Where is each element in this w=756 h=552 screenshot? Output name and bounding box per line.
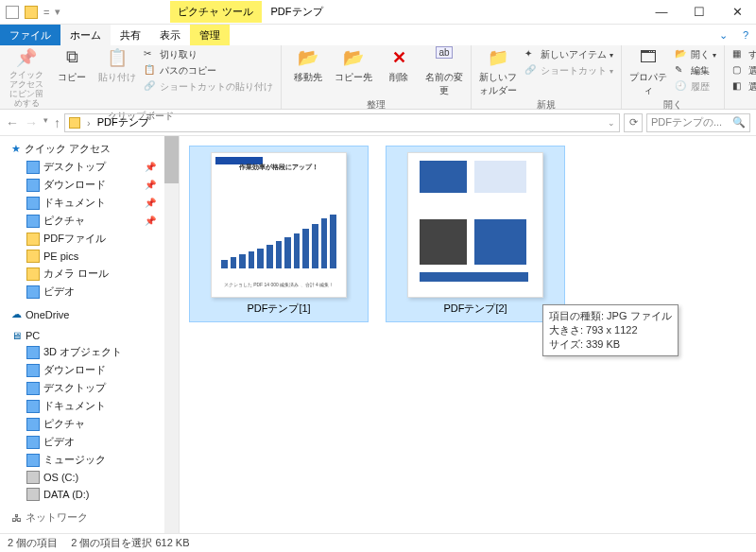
nav-cameraroll[interactable]: カメラ ロール xyxy=(0,265,179,283)
file-item[interactable]: 作業効率が格段にアップ！ スクショした PDF 14 000 編集済み 、合計 … xyxy=(189,146,369,322)
folder-icon xyxy=(26,400,40,413)
nav-onedrive[interactable]: ☁OneDrive xyxy=(0,301,179,322)
copy-label: コピー xyxy=(58,71,86,84)
nav-pictures[interactable]: ピクチャ📌 xyxy=(0,212,179,230)
edit-button[interactable]: ✎編集 xyxy=(673,63,718,78)
qat-dropdown[interactable]: ▾ xyxy=(55,6,60,18)
nav-pdffiles[interactable]: PDFファイル xyxy=(0,230,179,248)
tab-view[interactable]: 表示 xyxy=(150,25,190,45)
file-name: PDFテンプ[1] xyxy=(247,298,310,319)
select-all-button[interactable]: ▦すべて選択 xyxy=(730,47,756,62)
search-input[interactable]: PDFテンプの... 🔍 xyxy=(646,113,750,132)
folder-icon xyxy=(26,382,40,395)
nav-desktop[interactable]: デスクトップ📌 xyxy=(0,158,179,176)
breadcrumb[interactable]: PDFテンプ ⌄ xyxy=(64,113,620,132)
file-item[interactable]: PDFテンプ[2] xyxy=(386,146,565,322)
pin-quick-access-button[interactable]: クイック アクセスにピン留めする xyxy=(6,47,47,109)
nav-downloads2[interactable]: ダウンロード xyxy=(0,361,179,379)
refresh-button[interactable]: ⟳ xyxy=(624,113,643,132)
group-organize-label: 整理 xyxy=(287,97,465,113)
nav-back[interactable]: ← xyxy=(6,115,19,130)
history-button[interactable]: 🕘履歴 xyxy=(673,79,718,95)
delete-button[interactable]: 削除 xyxy=(378,47,420,84)
paste-button[interactable]: 貼り付け xyxy=(96,47,138,84)
nav-videos[interactable]: ビデオ xyxy=(0,283,179,301)
maximize-button[interactable]: ☐ xyxy=(680,0,718,25)
onedrive-icon: ☁ xyxy=(11,308,22,320)
status-count: 2 個の項目 xyxy=(8,536,58,550)
properties-button[interactable]: プロパティ xyxy=(627,47,669,97)
nav-quick-access[interactable]: ★クイック アクセス xyxy=(0,140,179,158)
folder-icon xyxy=(26,285,40,299)
nav-desktop2[interactable]: デスクトップ xyxy=(0,379,179,397)
tooltip-size: サイズ: 339 KB xyxy=(549,337,672,352)
folder-icon xyxy=(26,267,40,281)
folder-icon xyxy=(26,215,40,228)
nav-forward[interactable]: → xyxy=(25,115,38,130)
nav-osc[interactable]: OS (C:) xyxy=(0,469,179,486)
selinv-icon: ◧ xyxy=(732,80,746,94)
nav-documents[interactable]: ドキュメント📌 xyxy=(0,194,179,212)
folder-icon[interactable] xyxy=(25,6,38,19)
nav-pepics[interactable]: PE pics xyxy=(0,248,179,265)
move-to-button[interactable]: 移動先 xyxy=(287,47,329,84)
select-none-button[interactable]: ▢選択解除 xyxy=(730,63,756,78)
nav-documents2[interactable]: ドキュメント xyxy=(0,397,179,415)
pin-icon xyxy=(15,47,38,70)
tab-share[interactable]: 共有 xyxy=(111,25,150,45)
nav-datad[interactable]: DATA (D:) xyxy=(0,486,179,503)
close-button[interactable]: ✕ xyxy=(718,0,756,25)
group-organize: 移動先 コピー先 削除 名前の変更 整理 xyxy=(282,45,472,109)
thumbnail-preview: 作業効率が格段にアップ！ スクショした PDF 14 000 編集済み 、合計 … xyxy=(211,152,347,298)
copy-to-button[interactable]: コピー先 xyxy=(333,47,374,84)
star-icon: ★ xyxy=(11,143,21,155)
folder-icon xyxy=(26,161,40,174)
nav-scrollbar[interactable] xyxy=(164,136,179,533)
new-item-button[interactable]: ✦新しいアイテム▾ xyxy=(523,47,615,62)
nav-pc[interactable]: 🖥PC xyxy=(0,322,179,343)
newitem-icon: ✦ xyxy=(524,48,538,61)
tab-file[interactable]: ファイル xyxy=(0,25,60,45)
nav-videos2[interactable]: ビデオ xyxy=(0,433,179,451)
address-bar: ← → ▾ ↑ PDFテンプ ⌄ ⟳ PDFテンプの... 🔍 xyxy=(0,110,756,136)
help-button[interactable]: ? xyxy=(735,25,756,45)
tab-home[interactable]: ホーム xyxy=(60,25,111,45)
network-icon: 🖧 xyxy=(11,512,22,524)
path-chevron[interactable] xyxy=(84,117,94,129)
folder-icon xyxy=(26,250,40,263)
invert-selection-button[interactable]: ◧選択の切り替え xyxy=(730,79,756,95)
new-folder-button[interactable]: 新しいフォルダー xyxy=(477,47,519,97)
nav-history-dropdown[interactable]: ▾ xyxy=(43,115,48,130)
folder-icon xyxy=(26,364,40,377)
paste-shortcut-button[interactable]: 🔗ショートカットの貼り付け xyxy=(142,79,275,95)
folder-icon xyxy=(26,197,40,210)
path-folder[interactable]: PDFテンプ xyxy=(97,115,149,129)
cut-button[interactable]: 切り取り xyxy=(142,47,275,62)
nav-pictures2[interactable]: ピクチャ xyxy=(0,415,179,433)
nav-downloads[interactable]: ダウンロード📌 xyxy=(0,176,179,194)
qat-divider: = xyxy=(43,7,49,18)
path-icon: 📋 xyxy=(144,64,157,78)
path-dropdown[interactable]: ⌄ xyxy=(608,118,615,128)
rename-button[interactable]: 名前の変更 xyxy=(423,47,465,97)
ribbon-collapse[interactable]: ⌄ xyxy=(712,25,735,45)
minimize-button[interactable]: — xyxy=(643,0,680,25)
nav-3dobjects[interactable]: 3D オブジェクト xyxy=(0,343,179,361)
selall-icon: ▦ xyxy=(732,48,746,61)
new-shortcut-button[interactable]: 🔗ショートカット▾ xyxy=(523,63,615,78)
app-icon xyxy=(6,6,19,19)
ribbon: クイック アクセスにピン留めする コピー 貼り付け 切り取り 📋パスのコピー 🔗… xyxy=(0,45,756,110)
path-folder-icon xyxy=(69,117,80,129)
shortcut2-icon: 🔗 xyxy=(524,64,538,78)
nav-network[interactable]: 🖧ネットワーク xyxy=(0,503,179,526)
copy-button[interactable]: コピー xyxy=(51,47,93,84)
nav-music[interactable]: ミュージック xyxy=(0,451,179,469)
nav-up[interactable]: ↑ xyxy=(54,115,60,130)
folder-icon xyxy=(26,179,40,192)
open-button[interactable]: 📂開く▾ xyxy=(673,47,718,62)
scrollbar-thumb[interactable] xyxy=(164,136,179,183)
scissor-icon xyxy=(144,48,157,61)
tab-manage[interactable]: 管理 xyxy=(190,25,230,45)
newfolder-icon xyxy=(487,47,509,70)
copy-path-button[interactable]: 📋パスのコピー xyxy=(142,63,275,78)
